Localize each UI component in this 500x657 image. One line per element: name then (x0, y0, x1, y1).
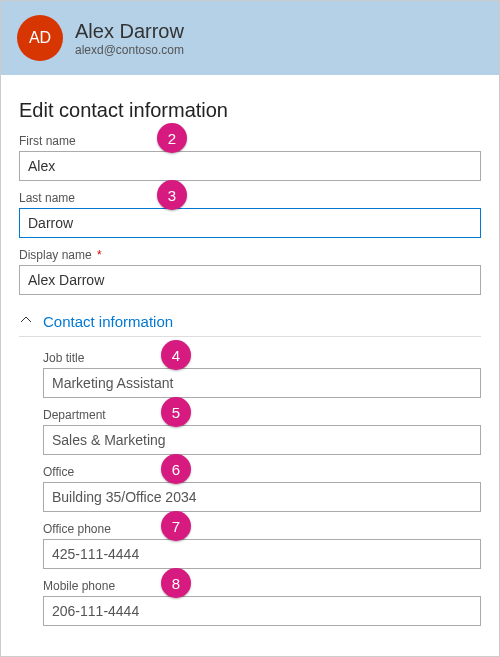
header-email: alexd@contoso.com (75, 43, 184, 57)
first-name-field: First name 2 (19, 134, 481, 181)
display-name-field: Display name * (19, 248, 481, 295)
office-label: Office (43, 465, 481, 479)
display-name-label-text: Display name (19, 248, 92, 262)
last-name-label: Last name (19, 191, 481, 205)
last-name-field: Last name 3 (19, 191, 481, 238)
display-name-input[interactable] (19, 265, 481, 295)
office-phone-label: Office phone (43, 522, 481, 536)
contact-info-section-body: Job title 4 Department 5 Office 6 Office… (19, 351, 481, 626)
required-mark: * (97, 248, 102, 262)
contact-info-section-header[interactable]: Contact information (19, 313, 481, 330)
avatar: AD (17, 15, 63, 61)
profile-header: AD Alex Darrow alexd@contoso.com (1, 1, 499, 75)
mobile-phone-input[interactable] (43, 596, 481, 626)
department-input[interactable] (43, 425, 481, 455)
display-name-label: Display name * (19, 248, 481, 262)
office-input[interactable] (43, 482, 481, 512)
job-title-input[interactable] (43, 368, 481, 398)
section-divider (19, 336, 481, 337)
page-title: Edit contact information (19, 99, 481, 122)
department-field: Department 5 (43, 408, 481, 455)
office-field: Office 6 (43, 465, 481, 512)
contact-info-section-title: Contact information (43, 313, 173, 330)
header-text: Alex Darrow alexd@contoso.com (75, 20, 184, 57)
job-title-field: Job title 4 (43, 351, 481, 398)
first-name-label: First name (19, 134, 481, 148)
office-phone-input[interactable] (43, 539, 481, 569)
last-name-input[interactable] (19, 208, 481, 238)
department-label: Department (43, 408, 481, 422)
chevron-up-icon (19, 314, 33, 329)
job-title-label: Job title (43, 351, 481, 365)
first-name-input[interactable] (19, 151, 481, 181)
mobile-phone-field: Mobile phone 8 (43, 579, 481, 626)
office-phone-field: Office phone 7 (43, 522, 481, 569)
content-area: Edit contact information First name 2 La… (1, 75, 499, 646)
header-display-name: Alex Darrow (75, 20, 184, 43)
mobile-phone-label: Mobile phone (43, 579, 481, 593)
